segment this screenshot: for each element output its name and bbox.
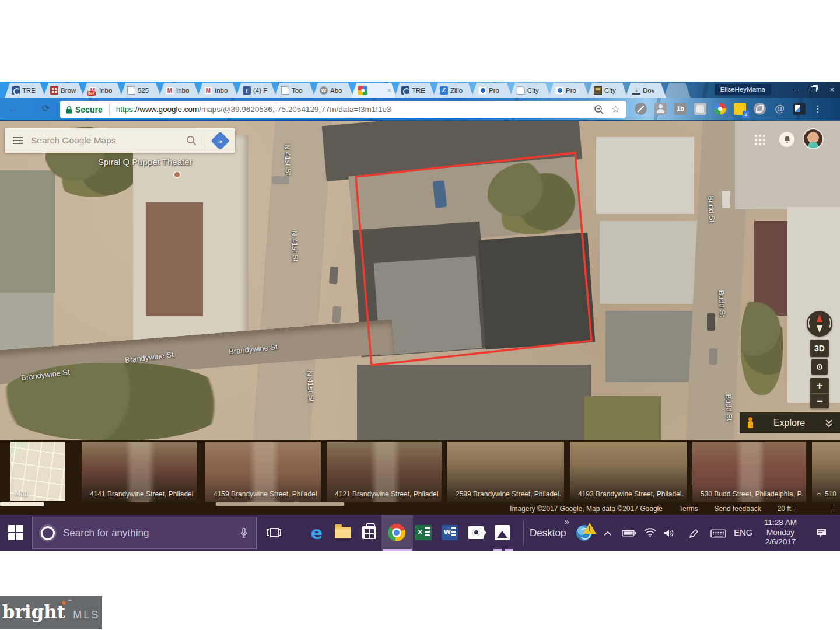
word-icon[interactable] — [440, 523, 460, 542]
action-center-icon[interactable] — [816, 527, 827, 538]
browser-tab[interactable]: (4) F — [236, 83, 276, 98]
rotate-right-icon[interactable] — [823, 317, 831, 330]
browser-tab[interactable]: City — [510, 83, 551, 98]
wifi-icon[interactable] — [643, 527, 657, 537]
zoom-magnifier-icon[interactable] — [594, 104, 604, 115]
browser-tab[interactable]: TRE — [5, 83, 46, 98]
browser-tab[interactable]: Dov — [625, 83, 666, 98]
streetview-thumbnail[interactable]: 4141 Brandywine Street, Philadel... — [82, 442, 197, 502]
start-button[interactable] — [8, 525, 23, 540]
browser-tab[interactable]: 50+Inbo — [82, 83, 123, 98]
search-icon[interactable] — [186, 135, 197, 146]
browser-tab[interactable]: Too — [274, 83, 315, 98]
notifications-bell-icon[interactable] — [779, 132, 794, 147]
at-extension-icon[interactable]: @ — [774, 103, 786, 115]
person-extension-icon[interactable] — [654, 103, 667, 115]
streetview-thumbnail[interactable]: 4193 Brandywine Street, Philadel... — [570, 442, 687, 502]
secure-indicator[interactable]: Secure — [66, 105, 103, 114]
refresh-icon[interactable]: ⟳ — [42, 102, 50, 115]
adblock-icon[interactable] — [635, 103, 647, 115]
security-alert-icon[interactable] — [576, 523, 596, 542]
file-explorer-icon[interactable] — [333, 523, 353, 542]
zoom-out-button[interactable]: − — [810, 394, 829, 409]
streetview-thumbnail[interactable]: 4121 Brandywine Street, Philadel... — [327, 442, 442, 502]
browser-tab[interactable]: Pro — [548, 83, 589, 98]
menu-hamburger-icon[interactable] — [13, 137, 23, 138]
close-button[interactable]: × — [830, 86, 834, 93]
browser-tab[interactable]: Inbo — [197, 83, 238, 98]
battery-icon[interactable] — [622, 528, 636, 537]
carousel-scrollbar[interactable] — [0, 502, 44, 506]
taskbar-clock[interactable]: 11:28 AM Monday 2/6/2017 — [758, 518, 803, 547]
streetview-thumbnail[interactable]: 2599 Brandywine Street, Philadel... — [447, 442, 564, 502]
pegman-icon[interactable] — [747, 417, 754, 429]
browser-tab[interactable]: Abo — [313, 83, 354, 98]
browser-tab[interactable]: Brow — [43, 83, 84, 98]
browser-tab[interactable]: Zillo — [433, 83, 474, 98]
open-app-underline — [505, 549, 513, 551]
camera-icon[interactable] — [466, 523, 486, 542]
gray-extension-icon[interactable] — [694, 103, 706, 115]
zoom-in-button[interactable]: + — [810, 378, 829, 394]
streetview-thumbnail[interactable]: 4159 Brandywine Street, Philadel... — [205, 442, 321, 502]
task-view-icon[interactable] — [264, 524, 285, 541]
photos-icon[interactable] — [492, 523, 512, 542]
explore-bar[interactable]: Explore — [740, 412, 840, 433]
cortana-search-box[interactable] — [32, 517, 257, 549]
microphone-icon[interactable] — [240, 527, 248, 539]
pen-icon[interactable] — [688, 528, 699, 539]
back-icon[interactable]: ← — [8, 102, 19, 115]
taskbar-search-input[interactable] — [63, 527, 232, 539]
notes-extension-icon[interactable] — [734, 103, 746, 115]
browser-tab[interactable]: 525 — [120, 83, 161, 98]
language-indicator[interactable]: ENG — [734, 527, 753, 537]
account-avatar[interactable] — [803, 128, 824, 149]
browser-tab[interactable]: Pro — [471, 83, 512, 98]
volume-icon[interactable] — [663, 528, 676, 538]
windows-store-icon[interactable] — [359, 523, 379, 542]
maps-search-input[interactable] — [31, 135, 178, 146]
overflow-chevron[interactable]: » — [565, 517, 569, 526]
profile-chip[interactable]: EliseHeyMama — [715, 84, 771, 95]
tray-expand-chevron-icon[interactable] — [604, 531, 612, 536]
edge-icon[interactable]: e — [307, 523, 327, 542]
browser-tab-active-maps[interactable]: ✕ — [351, 83, 397, 98]
rotate-left-icon[interactable] — [808, 317, 816, 330]
wordpress-icon — [320, 86, 328, 94]
google-apps-grid-icon[interactable] — [755, 135, 757, 137]
1b-extension-icon[interactable]: 1b — [674, 103, 687, 115]
bookmark-star-icon[interactable]: ☆ — [611, 104, 620, 114]
chrome-icon[interactable] — [387, 523, 407, 542]
scale-bar — [797, 507, 834, 510]
restore-button[interactable] — [811, 86, 817, 92]
satellite-map[interactable]: Spiral Q Puppet Theater N 41st St N 41st… — [0, 121, 840, 440]
carousel-scrollbar[interactable] — [216, 502, 344, 506]
new-tab-button[interactable] — [664, 83, 691, 98]
poi-marker-icon[interactable] — [173, 171, 181, 178]
collapse-chevrons-icon[interactable] — [825, 418, 833, 428]
streetview-thumbnail[interactable]: 510 — [812, 442, 840, 502]
compass-control[interactable] — [807, 311, 832, 337]
streetview-thumbnail[interactable]: 530 Budd Street, Philadelphia, P... — [692, 442, 806, 502]
poi-label[interactable]: Spiral Q Puppet Theater — [98, 157, 192, 167]
tab-close-icon[interactable]: ✕ — [387, 88, 392, 94]
desktop-label[interactable]: Desktop — [530, 527, 566, 539]
browser-tab[interactable]: City — [587, 83, 628, 98]
chrome-menu-icon[interactable]: ⋮ — [813, 103, 822, 114]
minimize-button[interactable]: – — [794, 86, 798, 93]
3d-button[interactable]: 3D — [810, 340, 829, 357]
directions-icon[interactable] — [211, 131, 230, 150]
leaf-extension-icon[interactable] — [754, 103, 766, 115]
terms-link[interactable]: Terms — [679, 505, 698, 513]
address-bar[interactable]: Secure https://www.google.com/maps/@39.9… — [60, 101, 626, 118]
my-location-button[interactable] — [811, 359, 828, 374]
map-mode-tile[interactable]: Map — [10, 442, 65, 501]
excel-icon[interactable] — [414, 523, 433, 542]
colorful-extension-icon[interactable] — [714, 103, 726, 115]
clock-day: Monday — [758, 528, 803, 538]
touch-keyboard-icon[interactable] — [710, 528, 726, 538]
browser-tab[interactable]: TRE — [394, 83, 435, 98]
monitor-extension-icon[interactable] — [793, 103, 806, 115]
send-feedback-link[interactable]: Send feedback — [715, 505, 761, 513]
browser-tab[interactable]: Inbo — [159, 83, 200, 98]
